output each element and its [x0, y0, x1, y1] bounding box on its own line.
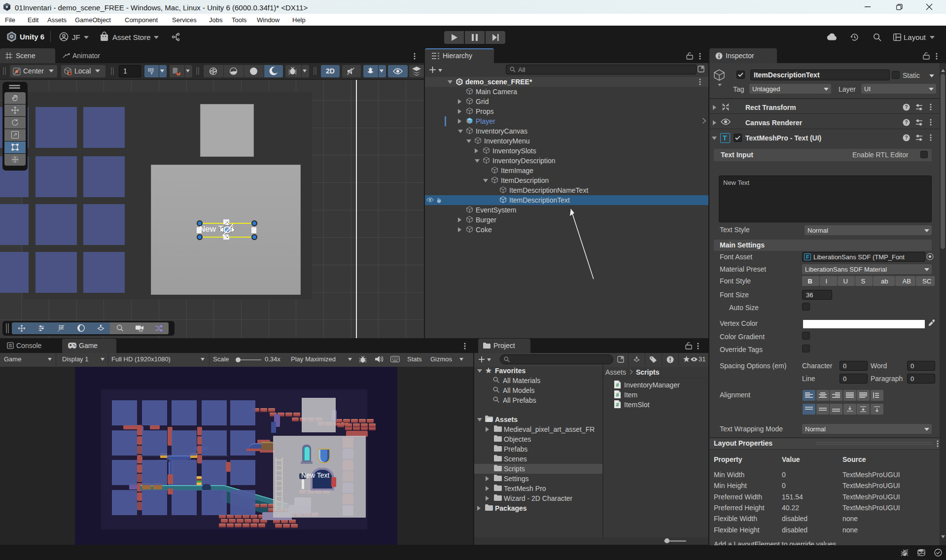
svg-text:Y: Y: [150, 71, 153, 75]
svg-text:#: #: [616, 402, 619, 408]
svg-text:?: ?: [905, 120, 908, 125]
svg-text:?: ?: [905, 135, 908, 140]
svg-text:#: #: [616, 382, 619, 388]
svg-text:#: #: [616, 392, 619, 398]
svg-text:?: ?: [905, 105, 908, 110]
